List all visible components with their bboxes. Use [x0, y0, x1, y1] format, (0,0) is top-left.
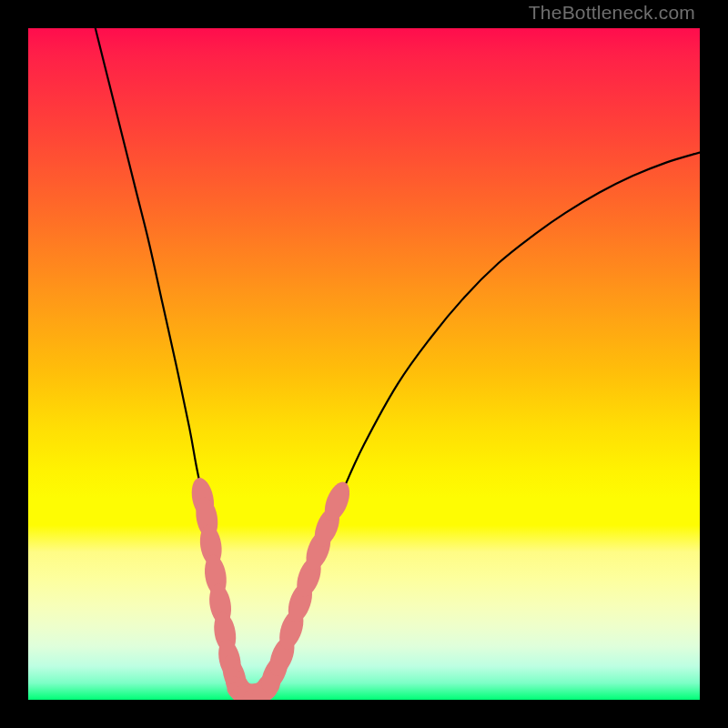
chart-frame: TheBottleneck.com	[0, 0, 728, 728]
main-curve-path	[96, 28, 700, 695]
chart-svg	[28, 28, 700, 700]
main-curve	[96, 28, 700, 695]
plot-area	[28, 28, 700, 700]
watermark: TheBottleneck.com	[529, 2, 695, 24]
data-markers	[188, 476, 355, 700]
